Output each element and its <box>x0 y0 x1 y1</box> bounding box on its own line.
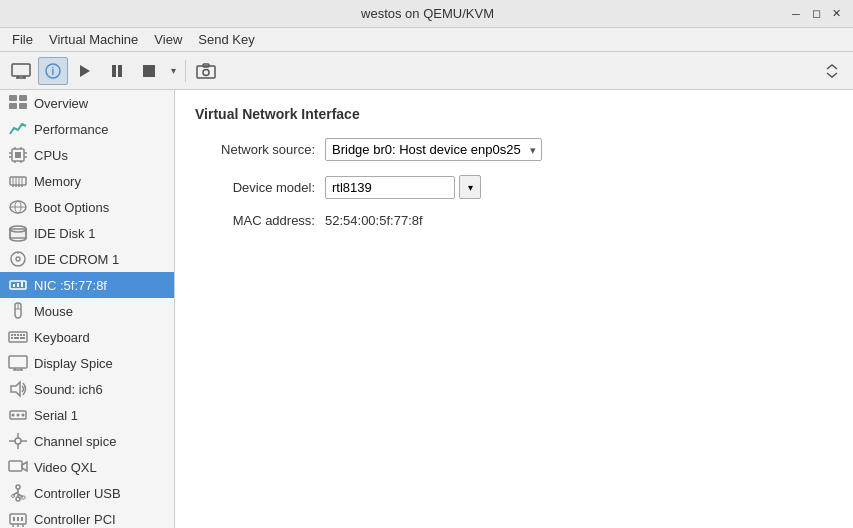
device-model-input[interactable] <box>325 176 455 199</box>
sidebar-item-overview[interactable]: Overview <box>0 90 174 116</box>
sidebar-item-boot-options[interactable]: Boot Options <box>0 194 174 220</box>
network-source-select-wrapper: Bridge br0: Host device enp0s25 <box>325 138 542 161</box>
device-model-row: Device model: ▾ <box>195 175 833 199</box>
sidebar-label-controller-pci: Controller PCI <box>34 512 116 527</box>
svg-rect-0 <box>12 64 30 76</box>
expand-button[interactable] <box>817 57 847 85</box>
mouse-icon <box>8 302 28 320</box>
sidebar-label-ide-cdrom-1: IDE CDROM 1 <box>34 252 119 267</box>
svg-rect-58 <box>20 334 22 336</box>
sidebar-item-video-qxl[interactable]: Video QXL <box>0 454 174 480</box>
toolbar: i ▾ <box>0 52 853 90</box>
svg-marker-6 <box>80 65 90 77</box>
screenshot-button[interactable] <box>191 57 221 85</box>
sidebar-label-performance: Performance <box>34 122 108 137</box>
window-controls: ─ ◻ ✕ <box>787 5 845 23</box>
mac-address-label: MAC address: <box>195 213 325 228</box>
details-button[interactable]: i <box>38 57 68 85</box>
stop-button[interactable] <box>134 57 164 85</box>
performance-icon <box>8 120 28 138</box>
monitor-button[interactable] <box>6 57 36 85</box>
svg-point-45 <box>11 252 25 266</box>
svg-text:i: i <box>52 66 55 77</box>
sidebar-item-display-spice[interactable]: Display Spice <box>0 350 174 376</box>
svg-rect-60 <box>11 337 13 339</box>
network-source-select[interactable]: Bridge br0: Host device enp0s25 <box>325 138 542 161</box>
svg-rect-89 <box>21 517 23 521</box>
menu-file[interactable]: File <box>4 30 41 49</box>
svg-rect-7 <box>112 65 116 77</box>
svg-point-85 <box>16 497 20 501</box>
display-icon <box>8 354 28 372</box>
close-button[interactable]: ✕ <box>827 5 845 23</box>
pause-button[interactable] <box>102 57 132 85</box>
mac-address-value: 52:54:00:5f:77:8f <box>325 213 423 228</box>
sidebar-item-ide-cdrom-1[interactable]: IDE CDROM 1 <box>0 246 174 272</box>
power-on-button[interactable] <box>70 57 100 85</box>
sound-icon <box>8 380 28 398</box>
svg-rect-62 <box>20 337 25 339</box>
svg-rect-59 <box>23 334 25 336</box>
sidebar-label-mouse: Mouse <box>34 304 73 319</box>
mac-address-row: MAC address: 52:54:00:5f:77:8f <box>195 213 833 228</box>
power-dropdown-button[interactable]: ▾ <box>166 57 180 85</box>
minimize-button[interactable]: ─ <box>787 5 805 23</box>
svg-rect-49 <box>13 284 15 287</box>
titlebar: westos on QEMU/KVM ─ ◻ ✕ <box>0 0 853 28</box>
sidebar-item-controller-pci[interactable]: Controller PCI <box>0 506 174 528</box>
menu-view[interactable]: View <box>146 30 190 49</box>
sidebar-item-nic[interactable]: NIC :5f:77:8f <box>0 272 174 298</box>
svg-point-72 <box>15 438 21 444</box>
sidebar-item-mouse[interactable]: Mouse <box>0 298 174 324</box>
serial-icon <box>8 406 28 424</box>
svg-rect-88 <box>17 517 19 521</box>
sidebar-item-ide-disk-1[interactable]: IDE Disk 1 <box>0 220 174 246</box>
sidebar-label-ide-disk-1: IDE Disk 1 <box>34 226 95 241</box>
sidebar-label-memory: Memory <box>34 174 81 189</box>
svg-rect-8 <box>118 65 122 77</box>
svg-rect-9 <box>143 65 155 77</box>
cpu-icon <box>8 146 28 164</box>
sidebar-label-display-spice: Display Spice <box>34 356 113 371</box>
svg-point-69 <box>12 414 15 417</box>
sidebar-label-nic: NIC :5f:77:8f <box>34 278 107 293</box>
sidebar-item-keyboard[interactable]: Keyboard <box>0 324 174 350</box>
sidebar-label-cpus: CPUs <box>34 148 68 163</box>
sidebar-label-channel-spice: Channel spice <box>34 434 116 449</box>
sidebar-label-keyboard: Keyboard <box>34 330 90 345</box>
sidebar-item-sound-ich6[interactable]: Sound: ich6 <box>0 376 174 402</box>
svg-rect-63 <box>9 356 27 368</box>
svg-rect-50 <box>17 283 19 287</box>
device-model-dropdown-btn[interactable]: ▾ <box>459 175 481 199</box>
svg-rect-18 <box>15 152 21 158</box>
menu-virtual-machine[interactable]: Virtual Machine <box>41 30 146 49</box>
sidebar-item-memory[interactable]: Memory <box>0 168 174 194</box>
sidebar-item-controller-usb[interactable]: Controller USB <box>0 480 174 506</box>
sidebar-item-cpus[interactable]: CPUs <box>0 142 174 168</box>
window-title: westos on QEMU/KVM <box>68 6 787 21</box>
svg-rect-16 <box>19 103 27 109</box>
network-source-row: Network source: Bridge br0: Host device … <box>195 138 833 161</box>
svg-rect-27 <box>10 177 26 185</box>
keyboard-icon <box>8 328 28 346</box>
menu-send-key[interactable]: Send Key <box>190 30 262 49</box>
svg-marker-67 <box>11 382 20 396</box>
sidebar-item-performance[interactable]: Performance <box>0 116 174 142</box>
sidebar-item-channel-spice[interactable]: Channel spice <box>0 428 174 454</box>
restore-button[interactable]: ◻ <box>807 5 825 23</box>
sidebar-label-boot-options: Boot Options <box>34 200 109 215</box>
disk-icon <box>8 224 28 242</box>
svg-point-46 <box>16 257 20 261</box>
usb-icon <box>8 484 28 502</box>
main-area: Overview Performance <box>0 90 853 528</box>
sidebar-label-sound-ich6: Sound: ich6 <box>34 382 103 397</box>
video-icon <box>8 458 28 476</box>
sidebar-label-overview: Overview <box>34 96 88 111</box>
svg-rect-77 <box>9 461 22 471</box>
svg-rect-83 <box>21 496 25 499</box>
toolbar-separator <box>185 60 186 82</box>
svg-rect-14 <box>19 95 27 101</box>
svg-point-12 <box>203 69 209 75</box>
svg-point-79 <box>16 485 20 489</box>
sidebar-item-serial-1[interactable]: Serial 1 <box>0 402 174 428</box>
